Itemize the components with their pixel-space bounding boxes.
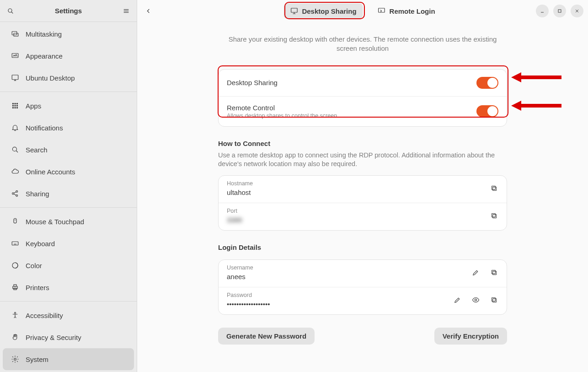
color-icon: [10, 260, 20, 270]
svg-line-1: [11, 12, 13, 13]
svg-point-41: [14, 358, 16, 361]
tab-remote-login[interactable]: Remote Login: [371, 3, 442, 19]
svg-rect-42: [291, 8, 298, 12]
main-pane: Desktop Sharing Remote Login Share your …: [137, 0, 588, 372]
sidebar-item-label: Privacy & Security: [26, 334, 81, 341]
svg-point-13: [16, 103, 17, 104]
svg-rect-37: [13, 286, 18, 289]
back-button[interactable]: [142, 4, 155, 18]
svg-point-16: [16, 105, 17, 106]
sidebar-item-label: Sharing: [26, 190, 49, 198]
sidebar-item-system[interactable]: System: [3, 348, 134, 370]
toggle-sublabel: Allows desktop shares to control the scr…: [227, 113, 476, 119]
edit-password-button[interactable]: [453, 295, 462, 304]
sidebar-title: Settings: [17, 7, 119, 15]
sidebar-item-label: Apps: [26, 102, 41, 110]
cloud-icon: [10, 167, 20, 177]
share-icon: [10, 189, 20, 199]
login-group: Username anees Password ••••••••••••••••…: [218, 259, 507, 315]
sidebar-item-appearance[interactable]: Appearance: [3, 45, 134, 67]
hamburger-menu-button[interactable]: [119, 4, 133, 18]
copy-password-button[interactable]: [489, 295, 498, 304]
sidebar-item-printers[interactable]: Printers: [3, 276, 134, 298]
connect-group: Hostname ultahost Port 3389: [218, 175, 507, 231]
sidebar-list: Multitasking Appearance Ubuntu Desktop A…: [0, 22, 137, 372]
sidebar-item-mouse-touchpad[interactable]: Mouse & Touchpad: [3, 210, 134, 232]
sidebar-item-search[interactable]: Search: [3, 139, 134, 161]
tab-label: Desktop Sharing: [302, 7, 356, 15]
svg-point-23: [16, 191, 18, 193]
svg-rect-47: [558, 10, 561, 12]
svg-rect-38: [14, 285, 16, 286]
copy-icon: [490, 212, 498, 220]
svg-rect-55: [492, 270, 495, 274]
search-button[interactable]: [4, 4, 17, 18]
generate-password-button[interactable]: Generate New Password: [218, 328, 315, 345]
printer-icon: [10, 282, 20, 292]
svg-line-26: [14, 194, 16, 195]
sidebar-item-keyboard[interactable]: Keyboard: [3, 232, 134, 254]
search-icon: [10, 145, 20, 155]
sidebar-item-multitasking[interactable]: Multitasking: [3, 23, 134, 45]
hand-icon: [10, 332, 20, 342]
copy-hostname-button[interactable]: [489, 183, 498, 193]
page-description: Share your existing desktop with other d…: [219, 35, 507, 54]
copy-icon: [490, 296, 498, 304]
copy-port-button[interactable]: [489, 211, 498, 220]
username-value: anees: [227, 273, 465, 280]
minimize-button[interactable]: [536, 5, 549, 17]
tab-label: Remote Login: [390, 7, 435, 15]
password-value: ••••••••••••••••••: [227, 300, 447, 308]
svg-point-14: [12, 105, 13, 106]
tab-bar: Desktop Sharing Remote Login: [283, 3, 441, 19]
sidebar-item-ubuntu-desktop[interactable]: Ubuntu Desktop: [3, 67, 134, 89]
remote-login-icon: [378, 7, 386, 15]
section-title-login: Login Details: [218, 243, 507, 251]
sidebar-item-color[interactable]: Color: [3, 254, 134, 276]
sidebar-item-label: Online Accounts: [26, 168, 75, 176]
edit-username-button[interactable]: [471, 268, 480, 277]
sidebar-item-sharing[interactable]: Sharing: [3, 183, 134, 205]
svg-line-25: [14, 192, 16, 193]
copy-username-button[interactable]: [489, 268, 498, 277]
accessibility-icon: [10, 310, 20, 320]
svg-rect-8: [12, 75, 18, 80]
port-value: 3389: [227, 216, 484, 224]
eye-icon: [472, 296, 480, 304]
row-username: Username anees: [219, 260, 507, 287]
reveal-password-button[interactable]: [471, 295, 480, 304]
sidebar-item-label: Notifications: [26, 124, 63, 132]
svg-rect-45: [379, 8, 385, 12]
sidebar-item-apps[interactable]: Apps: [3, 95, 134, 117]
close-button[interactable]: [571, 5, 583, 17]
sidebar-item-notifications[interactable]: Notifications: [3, 117, 134, 139]
svg-rect-50: [492, 187, 496, 190]
svg-point-56: [475, 299, 476, 301]
hamburger-icon: [123, 7, 130, 15]
tab-desktop-sharing[interactable]: Desktop Sharing: [283, 3, 363, 19]
sidebar-item-label: Search: [26, 146, 48, 154]
sidebar-item-label: Appearance: [26, 52, 63, 60]
svg-rect-53: [492, 213, 495, 217]
toggle-label: Desktop Sharing: [227, 79, 476, 86]
row-password: Password ••••••••••••••••••: [219, 287, 507, 314]
sidebar-item-accessibility[interactable]: Accessibility: [3, 304, 134, 326]
svg-point-17: [12, 107, 13, 108]
copy-icon: [490, 184, 498, 192]
screen-share-icon: [290, 7, 298, 15]
verify-encryption-button[interactable]: Verify Encryption: [434, 328, 507, 345]
row-remote-control: Remote Control Allows desktop shares to …: [219, 97, 507, 126]
remote-control-toggle[interactable]: [476, 105, 498, 117]
svg-point-18: [15, 107, 16, 108]
sidebar-item-online-accounts[interactable]: Online Accounts: [3, 161, 134, 183]
desktop-sharing-toggle[interactable]: [476, 77, 498, 89]
ubuntu-desktop-icon: [10, 73, 20, 83]
svg-point-20: [12, 147, 16, 151]
sidebar-item-privacy-security[interactable]: Privacy & Security: [3, 326, 134, 348]
mouse-icon: [10, 216, 20, 226]
row-desktop-sharing: Desktop Sharing: [219, 70, 507, 97]
sidebar-item-label: Color: [26, 262, 42, 270]
svg-rect-27: [14, 218, 16, 223]
sidebar-separator: [0, 207, 137, 208]
maximize-button[interactable]: [553, 5, 566, 17]
